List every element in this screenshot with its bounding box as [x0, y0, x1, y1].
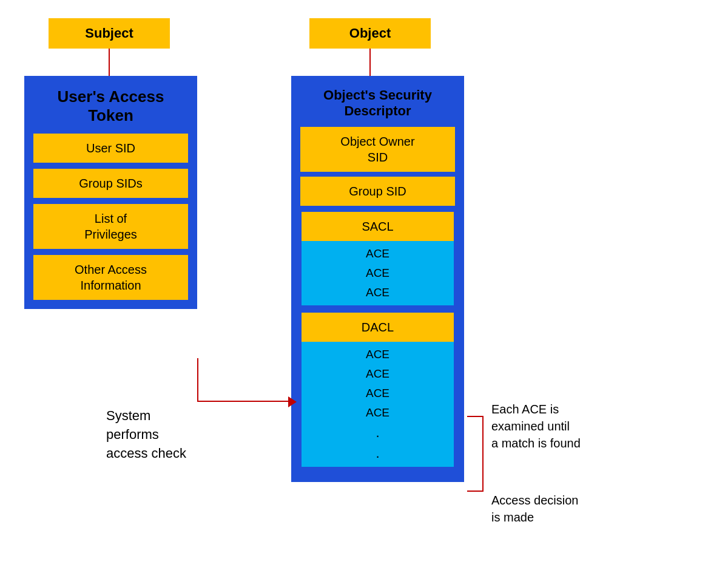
group-sids-item: Group SIDs — [33, 169, 188, 198]
object-label: Object — [349, 25, 391, 41]
annotation-each-ace: Each ACE isexamined untila match is foun… — [491, 401, 581, 452]
object-connector-line — [369, 49, 371, 76]
bracket-top-line — [467, 416, 482, 417]
dacl-ace-3: ACE — [308, 384, 448, 402]
diagram-container: Subject Object User's AccessToken User S… — [12, 12, 716, 571]
arrow-horizontal — [197, 401, 291, 402]
dacl-aces: ACE ACE ACE ACE . . — [302, 342, 454, 467]
object-box: Object — [309, 18, 431, 49]
dacl-ace-1: ACE — [308, 345, 448, 364]
sacl-header: SACL — [302, 212, 454, 241]
user-sid-item: User SID — [33, 134, 188, 163]
subject-connector-line — [109, 49, 110, 76]
system-check-text: Systemperformsaccess check — [106, 407, 186, 463]
access-token-title: User's AccessToken — [33, 85, 188, 127]
group-sid-item: Group SID — [300, 177, 455, 206]
dacl-ace-4: ACE — [308, 404, 448, 422]
sacl-group: SACL ACE ACE ACE — [300, 211, 455, 307]
dacl-dot-1: . — [308, 423, 448, 443]
arrow-head — [288, 396, 297, 407]
subject-box: Subject — [49, 18, 170, 49]
other-access-item: Other AccessInformation — [33, 255, 188, 300]
access-token-box: User's AccessToken User SID Group SIDs L… — [24, 76, 197, 309]
bracket-vertical-line — [482, 416, 484, 492]
sacl-ace-1: ACE — [308, 245, 448, 263]
dacl-ace-2: ACE — [308, 365, 448, 383]
dacl-group: DACL ACE ACE ACE ACE . . — [300, 311, 455, 468]
sacl-aces: ACE ACE ACE — [302, 241, 454, 305]
arrow-vertical — [197, 358, 198, 402]
annotation-access-decision: Access decisionis made — [491, 492, 578, 526]
dacl-header: DACL — [302, 313, 454, 342]
sacl-ace-3: ACE — [308, 284, 448, 302]
bracket-bottom-line — [467, 491, 482, 492]
subject-label: Subject — [85, 25, 133, 41]
sacl-ace-2: ACE — [308, 264, 448, 282]
security-descriptor-box: Object's SecurityDescriptor Object Owner… — [291, 76, 464, 482]
object-owner-sid-item: Object OwnerSID — [300, 127, 455, 172]
security-descriptor-title: Object's SecurityDescriptor — [300, 85, 455, 122]
dacl-dot-2: . — [308, 444, 448, 463]
list-of-privileges-item: List ofPrivileges — [33, 204, 188, 249]
